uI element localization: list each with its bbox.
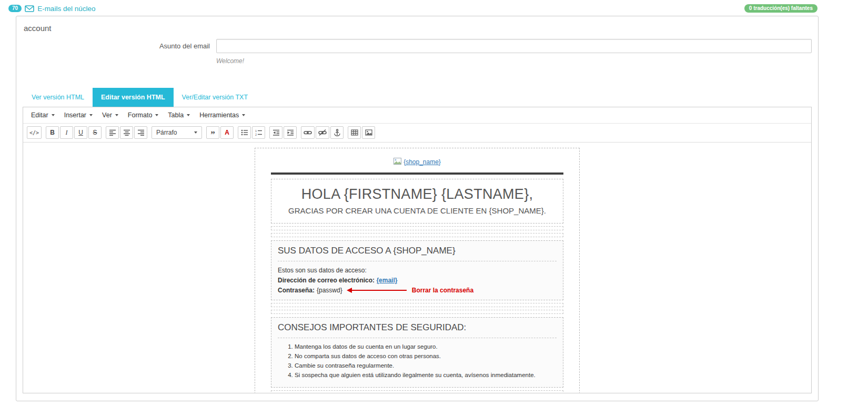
tip-item: Mantenga los datos de su cuenta en un lu… bbox=[295, 343, 557, 350]
tab-edit-html[interactable]: Editar versión HTML bbox=[93, 88, 174, 107]
subject-form-row: Asunto del email Welcome! bbox=[23, 39, 812, 65]
menu-item-formato[interactable]: Formato bbox=[123, 109, 164, 121]
underline-button[interactable]: U bbox=[74, 126, 87, 139]
unlink-button[interactable] bbox=[316, 126, 329, 139]
strikethrough-button[interactable]: S bbox=[88, 126, 102, 139]
bold-button[interactable]: B bbox=[46, 126, 59, 139]
menu-item-insertar[interactable]: Insertar bbox=[59, 109, 97, 121]
tips-list: Mantenga los datos de su cuenta en un lu… bbox=[278, 343, 557, 378]
menu-label: Formato bbox=[128, 111, 153, 119]
editor-toolbar: </> B I U S Párrafo ” A 12 bbox=[23, 124, 811, 143]
menu-label: Tabla bbox=[168, 111, 184, 119]
table-spacer-row bbox=[271, 303, 563, 307]
editor-menubar: Editar Insertar Ver Formato Tabla Herram… bbox=[23, 107, 811, 124]
page-title: E-mails del núcleo bbox=[37, 5, 95, 13]
password-label: Contraseña: bbox=[278, 287, 315, 294]
tip-item: Cambie su contraseña regularmente. bbox=[295, 362, 557, 369]
menu-label: Insertar bbox=[64, 111, 86, 119]
tip-item: No comparta sus datos de acceso con otra… bbox=[295, 353, 557, 359]
table-button[interactable] bbox=[348, 126, 361, 139]
subject-reference-hint: Welcome! bbox=[216, 57, 812, 65]
tab-view-edit-txt[interactable]: Ver/Editar versión TXT bbox=[174, 88, 257, 107]
bullet-list-button[interactable] bbox=[238, 126, 251, 139]
access-intro: Estos son sus datos de acceso: bbox=[278, 267, 557, 274]
chevron-down-icon bbox=[115, 114, 118, 116]
chevron-down-icon bbox=[242, 114, 245, 116]
align-right-button[interactable] bbox=[134, 126, 147, 139]
shop-logo-row: {shop_name} bbox=[271, 153, 563, 171]
menu-label: Editar bbox=[31, 111, 48, 119]
subject-input[interactable] bbox=[216, 39, 812, 53]
greeting-subheading: GRACIAS POR CREAR UNA CUENTA DE CLIENTE … bbox=[275, 206, 560, 215]
page-header: 70 E-mails del núcleo 0 traducción(es) f… bbox=[0, 0, 868, 16]
align-center-button[interactable] bbox=[120, 126, 133, 139]
numbered-list-button[interactable]: 12 bbox=[252, 126, 265, 139]
menu-item-editar[interactable]: Editar bbox=[26, 109, 59, 121]
chevron-down-icon bbox=[89, 114, 93, 116]
paragraph-format-select[interactable]: Párrafo bbox=[152, 126, 202, 139]
greeting-heading: HOLA {FIRSTNAME} {LASTNAME}, bbox=[275, 186, 560, 202]
table-spacer-row bbox=[271, 390, 563, 393]
source-code-button[interactable]: </> bbox=[27, 126, 42, 139]
email-label: Dirección de correo electrónico: bbox=[278, 277, 375, 284]
table-spacer-row bbox=[271, 310, 563, 314]
chevron-down-icon bbox=[194, 131, 197, 134]
envelope-icon bbox=[25, 5, 34, 12]
subject-label: Asunto del email bbox=[23, 39, 216, 50]
access-password-row: Contraseña: {passwd} Borrar la contraseñ… bbox=[278, 287, 557, 294]
link-button[interactable] bbox=[301, 126, 315, 139]
email-count-badge: 70 bbox=[8, 5, 22, 12]
subject-control-column: Welcome! bbox=[216, 39, 812, 65]
email-placeholder-link[interactable]: {email} bbox=[376, 277, 397, 284]
tab-view-html[interactable]: Ver versión HTML bbox=[23, 88, 93, 107]
password-placeholder: {passwd} bbox=[317, 287, 342, 294]
page-header-left: 70 E-mails del núcleo bbox=[8, 5, 95, 13]
version-tabs: Ver versión HTML Editar versión HTML Ver… bbox=[23, 88, 812, 107]
header-divider-bar bbox=[271, 172, 563, 175]
paragraph-format-label: Párrafo bbox=[156, 129, 177, 136]
svg-text:1: 1 bbox=[255, 129, 257, 133]
chevron-down-icon bbox=[187, 114, 190, 116]
menu-item-tabla[interactable]: Tabla bbox=[163, 109, 195, 121]
chevron-down-icon bbox=[52, 114, 55, 116]
security-tips-section: CONSEJOS IMPORTANTES DE SEGURIDAD: Mante… bbox=[271, 317, 563, 388]
annotation-text: Borrar la contraseña bbox=[412, 287, 473, 294]
broken-image-icon bbox=[393, 157, 401, 167]
align-left-button[interactable] bbox=[106, 126, 119, 139]
svg-text:2: 2 bbox=[255, 133, 257, 136]
editor-content-body[interactable]: {shop_name} HOLA {FIRSTNAME} {LASTNAME},… bbox=[23, 143, 811, 393]
access-email-row: Dirección de correo electrónico: {email} bbox=[278, 277, 557, 284]
translation-panel: account Asunto del email Welcome! Ver ve… bbox=[16, 16, 819, 401]
email-template-container: {shop_name} HOLA {FIRSTNAME} {LASTNAME},… bbox=[255, 148, 580, 393]
table-spacer-row bbox=[271, 233, 563, 237]
menu-label: Ver bbox=[102, 111, 112, 119]
email-template-inner: {shop_name} HOLA {FIRSTNAME} {LASTNAME},… bbox=[271, 153, 563, 393]
menu-label: Herramientas bbox=[199, 111, 239, 119]
shop-name-link[interactable]: {shop_name} bbox=[403, 158, 441, 166]
blockquote-button[interactable]: ” bbox=[206, 126, 219, 139]
chevron-down-icon bbox=[155, 114, 158, 116]
greeting-section: HOLA {FIRSTNAME} {LASTNAME}, GRACIAS POR… bbox=[271, 179, 563, 224]
table-spacer-row bbox=[271, 226, 563, 230]
tip-item: Si sospecha que alguien está utilizando … bbox=[295, 372, 557, 378]
text-color-button[interactable]: A bbox=[220, 126, 234, 139]
access-section-body: Estos son sus datos de acceso: Dirección… bbox=[278, 261, 557, 294]
email-group-title: account bbox=[24, 24, 812, 33]
html-editor: Editar Insertar Ver Formato Tabla Herram… bbox=[23, 107, 812, 393]
missing-translations-badge: 0 traducción(es) faltantes bbox=[744, 4, 817, 13]
annotation-arrow bbox=[348, 290, 407, 291]
menu-item-ver[interactable]: Ver bbox=[97, 109, 123, 121]
italic-button[interactable]: I bbox=[60, 126, 73, 139]
outdent-button[interactable] bbox=[269, 126, 282, 139]
anchor-button[interactable] bbox=[330, 126, 344, 139]
access-section-title: SUS DATOS DE ACCESO A {SHOP_NAME} bbox=[278, 246, 557, 261]
indent-button[interactable] bbox=[284, 126, 297, 139]
image-button[interactable] bbox=[362, 126, 375, 139]
access-data-section: SUS DATOS DE ACCESO A {SHOP_NAME} Estos … bbox=[271, 240, 563, 300]
menu-item-herramientas[interactable]: Herramientas bbox=[195, 109, 250, 121]
tips-section-title: CONSEJOS IMPORTANTES DE SEGURIDAD: bbox=[278, 322, 557, 338]
